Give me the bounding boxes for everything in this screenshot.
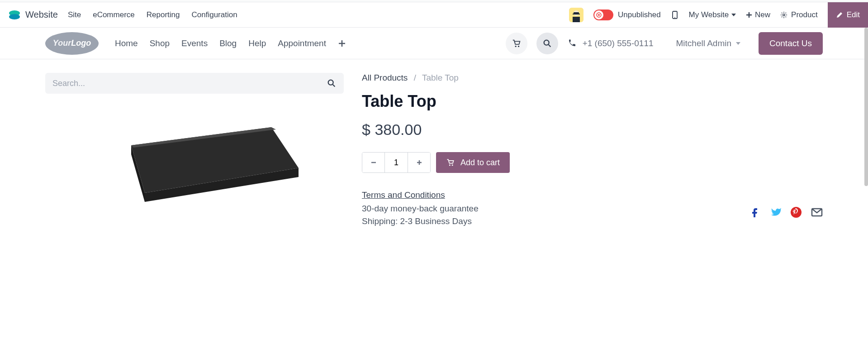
product-search [45, 73, 344, 94]
chevron-down-icon [731, 14, 736, 16]
terms-link[interactable]: Terms and Conditions [362, 190, 445, 200]
search-submit-button[interactable] [327, 78, 337, 88]
site-nav: Home Shop Events Blog Help Appointment [115, 38, 346, 48]
email-share-icon[interactable] [811, 206, 823, 220]
odoo-logo-icon [8, 9, 21, 21]
search-icon [327, 78, 337, 88]
new-label: New [755, 10, 770, 19]
pencil-icon [836, 11, 843, 19]
nav-shop[interactable]: Shop [150, 38, 170, 48]
cart-icon [512, 38, 522, 48]
mobile-preview-icon[interactable] [671, 11, 679, 19]
add-to-cart-label: Add to cart [460, 158, 500, 167]
search-input[interactable] [52, 79, 327, 88]
website-selector-label: My Website [689, 10, 729, 19]
product-price: $ 380.00 [362, 121, 823, 139]
phone-icon [567, 39, 576, 48]
publish-toggle[interactable] [593, 10, 613, 20]
admin-menu-reporting[interactable]: Reporting [147, 10, 180, 19]
publish-status-label: Unpublished [618, 10, 661, 19]
admin-brand[interactable]: Website [8, 9, 58, 21]
close-icon [594, 10, 603, 19]
admin-menu-ecommerce[interactable]: eCommerce [93, 10, 135, 19]
facebook-share-icon[interactable] [749, 206, 760, 220]
quantity-input[interactable] [385, 153, 408, 172]
site-header: YourLogo Home Shop Events Blog Help Appo… [0, 28, 868, 59]
nav-help[interactable]: Help [248, 38, 266, 48]
search-icon [542, 38, 552, 48]
admin-toolbar: Website Site eCommerce Reporting Configu… [0, 2, 868, 28]
nav-blog[interactable]: Blog [219, 38, 237, 48]
currency-symbol: $ [362, 121, 370, 138]
admin-menu: Site eCommerce Reporting Configuration [68, 10, 237, 19]
svg-point-19 [452, 164, 453, 166]
price-value: 380.00 [375, 121, 422, 138]
quantity-increase-button[interactable] [408, 153, 430, 172]
svg-point-1 [9, 14, 20, 19]
svg-point-10 [515, 45, 516, 47]
nav-events[interactable]: Events [181, 38, 208, 48]
product-settings-label: Product [791, 10, 818, 19]
nav-home[interactable]: Home [115, 38, 138, 48]
site-logo[interactable]: YourLogo [45, 32, 99, 55]
admin-brand-name: Website [25, 10, 58, 20]
add-to-cart-button[interactable]: Add to cart [436, 152, 510, 173]
plus-icon [416, 159, 422, 166]
add-menu-icon[interactable] [338, 39, 346, 48]
website-selector[interactable]: My Website [689, 10, 736, 19]
quantity-decrease-button[interactable] [362, 153, 385, 172]
minus-icon [370, 159, 377, 166]
edit-button[interactable]: Edit [828, 2, 868, 28]
edit-label: Edit [847, 10, 860, 19]
breadcrumb-separator: / [414, 73, 416, 82]
search-toggle-button[interactable] [536, 33, 558, 54]
scrollbar-thumb[interactable] [864, 28, 868, 186]
cart-button[interactable] [506, 33, 527, 54]
user-avatar[interactable] [569, 8, 583, 22]
pinterest-share-icon[interactable] [790, 206, 802, 220]
cart-icon [446, 158, 455, 167]
svg-point-11 [518, 45, 519, 47]
breadcrumb: All Products / Table Top [362, 73, 823, 83]
nav-appointment[interactable]: Appointment [278, 38, 326, 48]
svg-point-9 [783, 14, 785, 15]
chevron-down-icon [736, 42, 740, 45]
product-image [45, 105, 344, 222]
svg-point-18 [449, 164, 451, 166]
user-menu[interactable]: Mitchell Admin [676, 38, 741, 48]
plus-icon [746, 12, 752, 18]
admin-menu-configuration[interactable]: Configuration [192, 10, 237, 19]
breadcrumb-current: Table Top [422, 73, 459, 82]
product-settings-button[interactable]: Product [780, 10, 818, 19]
contact-us-label: Contact Us [769, 38, 812, 48]
scrollbar[interactable] [864, 2, 868, 236]
product-title: Table Top [362, 92, 823, 111]
user-name: Mitchell Admin [676, 38, 732, 48]
twitter-share-icon[interactable] [769, 206, 781, 220]
gear-icon [780, 11, 787, 19]
svg-point-13 [328, 80, 333, 85]
contact-us-button[interactable]: Contact Us [759, 32, 823, 55]
svg-point-8 [674, 17, 675, 18]
svg-rect-4 [573, 17, 580, 22]
quantity-stepper [362, 152, 431, 173]
phone-contact[interactable]: +1 (650) 555-0111 [567, 38, 654, 48]
admin-menu-site[interactable]: Site [68, 10, 81, 19]
breadcrumb-root[interactable]: All Products [362, 73, 408, 82]
new-button[interactable]: New [746, 10, 770, 19]
svg-point-12 [544, 40, 549, 45]
phone-number: +1 (650) 555-0111 [583, 38, 654, 48]
